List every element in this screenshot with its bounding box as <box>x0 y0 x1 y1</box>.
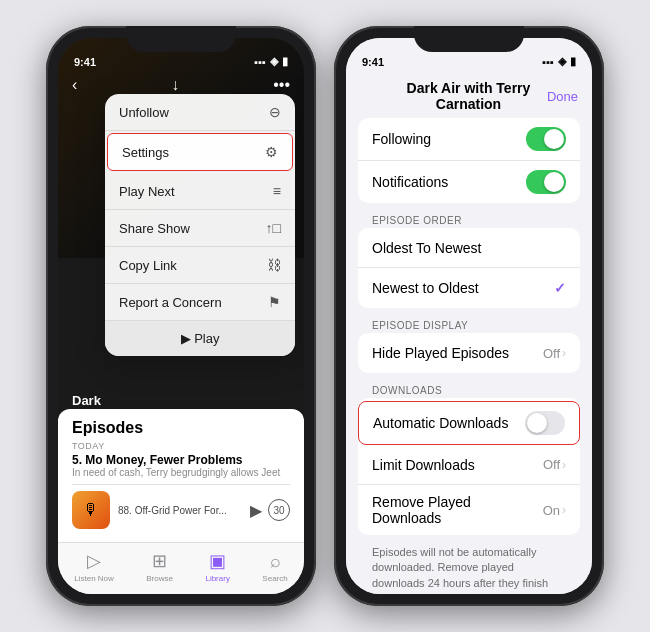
share-icon: ↑□ <box>266 220 281 236</box>
menu-share-show[interactable]: Share Show ↑□ <box>105 210 295 247</box>
limit-downloads-value-group: Off › <box>543 457 566 472</box>
signal-icon-right: ▪▪▪ <box>542 56 554 68</box>
notch-right <box>414 26 524 52</box>
podcast-title: Dark <box>72 393 290 408</box>
settings-title: Dark Air with Terry Carnation <box>390 80 547 112</box>
library-icon: ▣ <box>209 550 226 572</box>
episode2-controls: ▶ 30 <box>250 499 290 521</box>
battery-icon-right: ▮ <box>570 55 576 68</box>
limit-downloads-label: Limit Downloads <box>372 457 475 473</box>
hide-played-row[interactable]: Hide Played Episodes Off › <box>358 333 580 373</box>
menu-unfollow[interactable]: Unfollow ⊖ <box>105 94 295 131</box>
play-next-icon: ≡ <box>273 183 281 199</box>
notifications-toggle[interactable] <box>526 170 566 194</box>
episode2-info: 88. Off-Grid Power For... <box>118 505 242 516</box>
episode2-emoji: 🎙 <box>83 501 99 519</box>
following-row: Following <box>358 118 580 161</box>
signal-icon: ▪▪▪ <box>254 56 266 68</box>
hide-played-value-group: Off › <box>543 346 566 361</box>
done-button[interactable]: Done <box>547 89 578 104</box>
chevron-right-limit-icon: › <box>562 458 566 472</box>
status-time-left: 9:41 <box>74 56 96 68</box>
remove-played-row[interactable]: Remove Played Downloads On › <box>358 485 580 535</box>
episode-display-group: Hide Played Episodes Off › <box>358 333 580 373</box>
menu-copy-link[interactable]: Copy Link ⛓ <box>105 247 295 284</box>
left-phone: 9:41 ▪▪▪ ◈ ▮ ‹ ↓ ••• Unfollow <box>46 26 316 606</box>
today-label: TODAY <box>72 441 290 451</box>
report-label: Report a Concern <box>119 295 222 310</box>
search-icon: ⌕ <box>270 551 281 572</box>
oldest-newest-label: Oldest To Newest <box>372 240 481 256</box>
auto-download-highlight: Automatic Downloads <box>358 401 580 445</box>
menu-play-next[interactable]: Play Next ≡ <box>105 173 295 210</box>
newest-oldest-label: Newest to Oldest <box>372 280 479 296</box>
play-next-label: Play Next <box>119 184 175 199</box>
listen-now-icon: ▷ <box>87 550 101 572</box>
remove-played-label: Remove Played Downloads <box>372 494 543 526</box>
back-button[interactable]: ‹ <box>72 76 77 94</box>
settings-icon: ⚙ <box>265 144 278 160</box>
downloads-group: Automatic Downloads Limit Downloads Off … <box>358 398 580 535</box>
browse-icon: ⊞ <box>152 550 167 572</box>
copy-link-label: Copy Link <box>119 258 177 273</box>
chevron-right-remove-icon: › <box>562 503 566 517</box>
settings-header: Dark Air with Terry Carnation Done <box>346 72 592 118</box>
share-show-label: Share Show <box>119 221 190 236</box>
check-icon: ✓ <box>554 280 566 296</box>
toggle-knob-notifications <box>544 172 564 192</box>
following-toggle[interactable] <box>526 127 566 151</box>
search-label: Search <box>262 574 287 583</box>
chevron-right-icon: › <box>562 346 566 360</box>
auto-downloads-toggle[interactable] <box>525 411 565 435</box>
more-button[interactable]: ••• <box>273 76 290 94</box>
follow-group: Following Notifications <box>358 118 580 203</box>
remove-played-value-group: On › <box>543 503 566 518</box>
oldest-newest-row[interactable]: Oldest To Newest <box>358 228 580 268</box>
following-label: Following <box>372 131 431 147</box>
remove-played-value: On <box>543 503 560 518</box>
report-icon: ⚑ <box>268 294 281 310</box>
auto-downloads-row[interactable]: Automatic Downloads <box>359 402 579 444</box>
settings-body: Following Notifications EPISODE ORDER <box>346 118 592 594</box>
timer-icon[interactable]: 30 <box>268 499 290 521</box>
menu-report[interactable]: Report a Concern ⚑ <box>105 284 295 321</box>
episodes-title: Episodes <box>72 419 290 437</box>
menu-settings[interactable]: Settings ⚙ <box>107 133 293 171</box>
copy-link-icon: ⛓ <box>267 257 281 273</box>
play-episode-icon[interactable]: ▶ <box>250 501 262 520</box>
right-phone: 9:41 ▪▪▪ ◈ ▮ Dark Air with Terry Carnati… <box>334 26 604 606</box>
tab-listen-now[interactable]: ▷ Listen Now <box>74 550 114 583</box>
episode1-name[interactable]: 5. Mo Money, Fewer Problems <box>72 453 290 467</box>
listen-now-label: Listen Now <box>74 574 114 583</box>
context-menu: Unfollow ⊖ Settings ⚙ Play Next ≡ Share … <box>105 94 295 356</box>
status-icons-right: ▪▪▪ ◈ ▮ <box>542 55 576 68</box>
notifications-row: Notifications <box>358 161 580 203</box>
limit-downloads-value: Off <box>543 457 560 472</box>
settings-label: Settings <box>122 145 169 160</box>
toggle-knob-auto <box>527 413 547 433</box>
download-button[interactable]: ↓ <box>171 76 179 94</box>
newest-oldest-row[interactable]: Newest to Oldest ✓ <box>358 268 580 308</box>
status-time-right: 9:41 <box>362 56 384 68</box>
tab-library[interactable]: ▣ Library <box>205 550 229 583</box>
episode2-thumb: 🎙 <box>72 491 110 529</box>
hide-played-value: Off <box>543 346 560 361</box>
tab-search[interactable]: ⌕ Search <box>262 551 287 583</box>
auto-downloads-label: Automatic Downloads <box>373 415 508 431</box>
downloads-header: DOWNLOADS <box>346 377 592 398</box>
episode-display-header: EPISODE DISPLAY <box>346 312 592 333</box>
library-label: Library <box>205 574 229 583</box>
wifi-icon-right: ◈ <box>558 55 566 68</box>
unfollow-label: Unfollow <box>119 105 169 120</box>
wifi-icon: ◈ <box>270 55 278 68</box>
browse-label: Browse <box>146 574 173 583</box>
unfollow-icon: ⊖ <box>269 104 281 120</box>
tab-browse[interactable]: ⊞ Browse <box>146 550 173 583</box>
settings-footer: Episodes will not be automatically downl… <box>346 539 592 594</box>
hide-played-label: Hide Played Episodes <box>372 345 509 361</box>
episode-order-group: Oldest To Newest Newest to Oldest ✓ <box>358 228 580 308</box>
status-icons-left: ▪▪▪ ◈ ▮ <box>254 55 288 68</box>
play-button[interactable]: ▶ Play <box>105 321 295 356</box>
limit-downloads-row[interactable]: Limit Downloads Off › <box>358 445 580 485</box>
episode-order-header: EPISODE ORDER <box>346 207 592 228</box>
